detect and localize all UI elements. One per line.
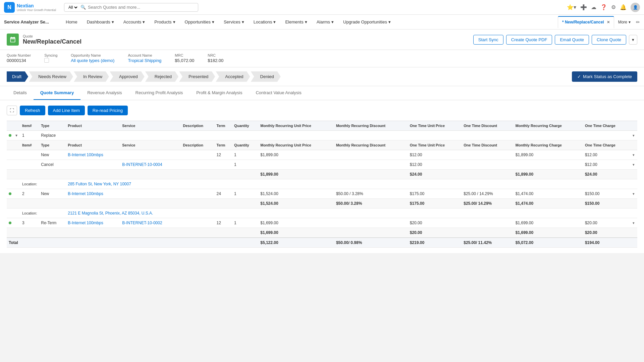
mark-complete-button[interactable]: ✓ Mark Status as Complete bbox=[572, 71, 637, 82]
group-row-3: 3 Re-Term B-Internet 100mbps B-INTERNET-… bbox=[7, 218, 637, 228]
row-dropdown-2[interactable]: ▾ bbox=[633, 192, 635, 196]
toolbar: ⛶ Refresh Add Line Item Re-read Pricing bbox=[7, 106, 637, 115]
email-quote-button[interactable]: Email Quote bbox=[555, 35, 589, 45]
tab-quote-summary[interactable]: Quote Summary bbox=[34, 86, 80, 100]
nrc-label: NRC bbox=[208, 53, 223, 57]
location-row-1: Location: 285 Fulton St, New York, NY 10… bbox=[7, 179, 637, 189]
th-product: Product bbox=[66, 121, 120, 131]
product-link-3[interactable]: B-Internet 100mbps bbox=[66, 218, 120, 228]
nav-home[interactable]: Home bbox=[61, 15, 82, 29]
tab-details[interactable]: Details bbox=[7, 86, 34, 100]
avatar[interactable]: 👤 bbox=[631, 3, 640, 12]
help-icon[interactable]: ❓ bbox=[600, 4, 607, 10]
row-dropdown-3[interactable]: ▾ bbox=[633, 221, 635, 225]
search-icon: 🔍 bbox=[80, 5, 86, 10]
settings-icon[interactable]: ⚙ bbox=[611, 4, 616, 10]
status-rejected[interactable]: Rejected bbox=[145, 71, 178, 82]
top-bar-icons: ⭐▾ ➕ ☁ ❓ ⚙ 🔔 👤 bbox=[567, 3, 640, 12]
account-value[interactable]: Tropical Shipping bbox=[128, 58, 161, 63]
sub-row-dropdown[interactable]: ▾ bbox=[633, 163, 635, 167]
nav-accounts[interactable]: Accounts ▾ bbox=[119, 15, 150, 29]
status-denied[interactable]: Denied bbox=[251, 71, 281, 82]
location-link-2[interactable]: 2121 E Magnolia St, Phoenix, AZ 85034, U… bbox=[66, 208, 637, 218]
quote-number-value: 00000134 bbox=[7, 58, 31, 63]
syncing-field: Syncing bbox=[44, 53, 57, 63]
th-otc: One Time Charge bbox=[583, 121, 631, 131]
start-sync-button[interactable]: Start Sync bbox=[473, 35, 503, 45]
nrc-field: NRC $182.00 bbox=[208, 53, 223, 63]
nav-products[interactable]: Products ▾ bbox=[150, 15, 180, 29]
check-icon: ✓ bbox=[577, 74, 581, 79]
service-link[interactable]: B-INTERNET-10-0004 bbox=[120, 160, 181, 170]
nrc-value: $182.00 bbox=[208, 58, 223, 63]
status-presented[interactable]: Presented bbox=[179, 71, 215, 82]
status-approved[interactable]: Approved bbox=[110, 71, 145, 82]
expand-button[interactable]: ⛶ bbox=[7, 106, 17, 115]
cloud-icon[interactable]: ☁ bbox=[591, 4, 596, 10]
sub-header-1: Item# Type Product Service Description T… bbox=[7, 140, 637, 150]
product-link-2[interactable]: B-Internet 100mbps bbox=[66, 189, 120, 199]
location-link-1[interactable]: 285 Fulton St, New York, NY 10007 bbox=[66, 179, 637, 189]
summary-row-2: $1,524.00 $50.00/ 3.28% $175.00 $25.00/ … bbox=[7, 199, 637, 208]
close-tab-icon[interactable]: ✕ bbox=[607, 20, 610, 24]
tab-profit-margin[interactable]: Profit & Margin Analysis bbox=[190, 86, 249, 100]
product-link[interactable]: B-Internet 100mbps bbox=[66, 150, 120, 160]
status-accepted[interactable]: Accepted bbox=[216, 71, 250, 82]
active-tab-label: * New/Replace/Cancel bbox=[562, 20, 604, 24]
tab-revenue-analysis[interactable]: Revenue Analysis bbox=[80, 86, 128, 100]
top-bar: N Nextian Unlock Your Growth Potential A… bbox=[0, 0, 644, 15]
actions-dropdown-button[interactable]: ▾ bbox=[629, 35, 637, 45]
quote-label: Quote bbox=[23, 34, 82, 38]
tab-contract-value[interactable]: Contract Value Analysis bbox=[249, 86, 308, 100]
quote-icon bbox=[7, 34, 19, 46]
th-item: Item# bbox=[20, 121, 39, 131]
syncing-checkbox[interactable] bbox=[44, 58, 49, 63]
status-in-review[interactable]: In Review bbox=[74, 71, 109, 82]
bell-icon[interactable]: 🔔 bbox=[620, 4, 627, 10]
re-read-pricing-button[interactable]: Re-read Pricing bbox=[88, 106, 128, 115]
tab-recurring-profit[interactable]: Recurring Profit Analysis bbox=[129, 86, 190, 100]
th-mrunit: Monthly Recurring Unit Price bbox=[258, 121, 334, 131]
edit-icon[interactable]: ✏ bbox=[636, 19, 640, 25]
nav-services[interactable]: Services ▾ bbox=[219, 15, 249, 29]
logo-name: Nextian bbox=[17, 3, 56, 8]
collapse-chevron-1[interactable]: ▾ bbox=[15, 133, 17, 138]
logo-text: Nextian Unlock Your Growth Potential bbox=[17, 3, 56, 12]
search-input[interactable] bbox=[88, 5, 195, 10]
search-bar[interactable]: All 🔍 bbox=[64, 3, 198, 12]
status-bar: Draft Needs Review In Review Approved Re… bbox=[0, 67, 644, 86]
status-dot-2 bbox=[9, 192, 11, 195]
nav-dashboards[interactable]: Dashboards ▾ bbox=[82, 15, 119, 29]
add-icon[interactable]: ➕ bbox=[580, 4, 587, 10]
clone-quote-button[interactable]: Clone Quote bbox=[592, 35, 626, 45]
favorites-icon[interactable]: ⭐▾ bbox=[567, 4, 576, 10]
nav-elements[interactable]: Elements ▾ bbox=[280, 15, 312, 29]
quote-table: Item# Type Product Service Description T… bbox=[7, 121, 637, 248]
group-row-2: 2 New B-Internet 100mbps 24 1 $1,524.00 … bbox=[7, 189, 637, 199]
nav-alarms[interactable]: Alarms ▾ bbox=[312, 15, 338, 29]
th-chevron bbox=[13, 121, 20, 131]
opportunity-value[interactable]: All quote types (demo) bbox=[71, 58, 114, 63]
nav-opportunities[interactable]: Opportunities ▾ bbox=[180, 15, 219, 29]
status-steps: Draft Needs Review In Review Approved Re… bbox=[7, 71, 572, 82]
status-draft[interactable]: Draft bbox=[7, 71, 28, 82]
active-tab[interactable]: * New/Replace/Cancel ✕ bbox=[558, 16, 614, 28]
quote-header-left: Quote New/Replace/Cancel bbox=[7, 34, 82, 46]
add-line-item-button[interactable]: Add Line Item bbox=[48, 106, 85, 115]
refresh-button[interactable]: Refresh bbox=[20, 106, 45, 115]
search-scope-select[interactable]: All bbox=[67, 5, 78, 10]
th-mrc: Monthly Recurring Charge bbox=[514, 121, 583, 131]
quote-number-field: Quote Number 00000134 bbox=[7, 53, 31, 63]
more-button[interactable]: More ▾ bbox=[615, 18, 633, 26]
service-link-3[interactable]: B-INTERNET-10-0002 bbox=[120, 218, 181, 228]
th-otunit: One Time Unit Price bbox=[408, 121, 462, 131]
row-dropdown-1[interactable]: ▾ bbox=[633, 133, 635, 137]
th-mrd: Monthly Recurring Discount bbox=[334, 121, 408, 131]
nav-locations[interactable]: Locations ▾ bbox=[249, 15, 281, 29]
sub-row-dropdown[interactable]: ▾ bbox=[633, 153, 635, 157]
account-label: Account Name bbox=[128, 53, 161, 57]
status-needs-review[interactable]: Needs Review bbox=[29, 71, 73, 82]
nav-tabs: * New/Replace/Cancel ✕ More ▾ bbox=[558, 16, 633, 28]
nav-upgrade[interactable]: Upgrade Opportunities ▾ bbox=[338, 15, 395, 29]
create-pdf-button[interactable]: Create Quote PDF bbox=[506, 35, 552, 45]
